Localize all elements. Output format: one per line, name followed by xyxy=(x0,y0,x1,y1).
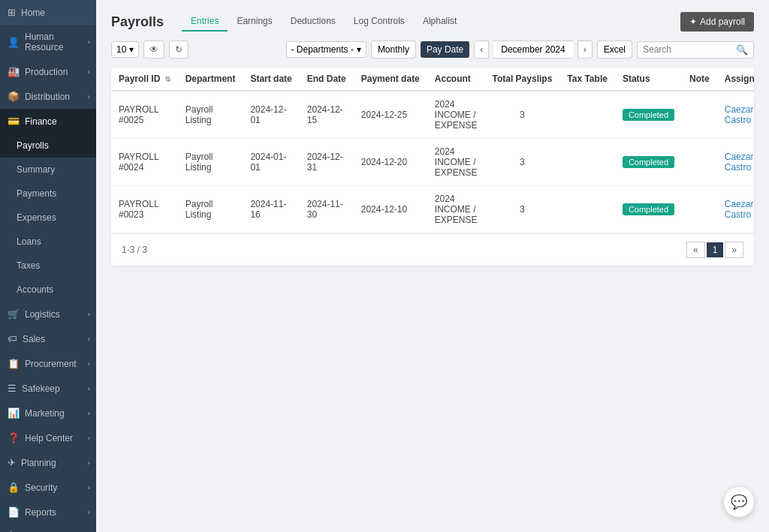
sidebar-item-label: Marketing xyxy=(25,408,65,419)
sort-icon: ⇅ xyxy=(164,75,170,83)
last-page-button[interactable]: » xyxy=(725,242,743,258)
table-row: PAYROLL #0025 Payroll Listing 2024-12-01… xyxy=(111,91,754,139)
table-row: PAYROLL #0023 Payroll Listing 2024-11-16… xyxy=(111,186,754,233)
cell-assigned-to[interactable]: Caezar II De Castro xyxy=(717,139,754,186)
main-content: Payrolls Entries Earnings Deductions Log… xyxy=(96,0,769,532)
cell-status: Completed xyxy=(615,139,682,186)
sidebar-item-label: Home xyxy=(21,8,45,18)
col-payroll-id: Payroll ID ⇅ xyxy=(111,68,178,91)
cell-account: 2024 INCOME / EXPENSE xyxy=(427,139,485,186)
cell-note xyxy=(682,139,717,186)
sidebar-item-label: Finance xyxy=(25,116,57,127)
sidebar-item-home[interactable]: ⊞ Home xyxy=(0,0,96,25)
sidebar-item-sales[interactable]: 🏷 Sales › xyxy=(0,326,96,351)
col-start-date: Start date xyxy=(243,68,299,91)
sidebar-item-security[interactable]: 🔒 Security › xyxy=(0,475,96,500)
sidebar-item-safekeep[interactable]: ☰ Safekeep › xyxy=(0,376,96,401)
col-total-payslips: Total Payslips xyxy=(485,68,560,91)
sidebar-item-label: Taxes xyxy=(17,260,40,271)
add-payroll-button[interactable]: ✦ Add payroll xyxy=(680,12,754,32)
tab-entries[interactable]: Entries xyxy=(182,12,228,32)
pay-date-button[interactable]: Pay Date xyxy=(421,41,469,58)
tabs-bar: Entries Earnings Deductions Log Controls… xyxy=(182,12,466,32)
sidebar-item-label: Payments xyxy=(17,188,56,199)
human-resource-icon: 👤 xyxy=(8,37,20,48)
cell-payment-date: 2024-12-10 xyxy=(354,186,427,233)
sidebar-item-logistics[interactable]: 🛒 Logistics › xyxy=(0,302,96,326)
planning-icon: ✈ xyxy=(8,457,16,468)
cell-end-date: 2024-12-15 xyxy=(300,91,354,139)
tab-log-controls[interactable]: Log Controls xyxy=(345,12,414,32)
sidebar-item-payments[interactable]: Payments xyxy=(0,182,96,206)
sales-icon: 🏷 xyxy=(8,333,17,344)
monthly-button[interactable]: Monthly xyxy=(371,41,416,59)
sidebar-item-label: Production xyxy=(25,67,68,77)
sidebar-item-accounts[interactable]: Accounts xyxy=(0,278,96,302)
sidebar-item-marketing[interactable]: 📊 Marketing › xyxy=(0,401,96,425)
cell-account: 2024 INCOME / EXPENSE xyxy=(427,186,485,233)
sidebar-item-summary[interactable]: Summary xyxy=(0,158,96,182)
status-badge: Completed xyxy=(623,203,674,215)
pay-date-label: Pay Date xyxy=(427,44,463,55)
home-icon: ⊞ xyxy=(8,7,16,18)
sidebar-item-payrolls[interactable]: Payrolls xyxy=(0,134,96,158)
sidebar-item-label: Procurement xyxy=(25,359,77,369)
refresh-button[interactable]: ↻ xyxy=(169,41,188,59)
sidebar-item-production[interactable]: 🏭 Production › xyxy=(0,59,96,84)
security-icon: 🔒 xyxy=(8,482,20,493)
cell-assigned-to[interactable]: Caezar II De Castro xyxy=(717,186,754,233)
sidebar-item-loans[interactable]: Loans xyxy=(0,230,96,254)
cell-payroll-id: PAYROLL #0025 xyxy=(111,91,178,139)
col-department: Department xyxy=(178,68,243,91)
sidebar-item-settings[interactable]: 🔧 Settings › xyxy=(0,524,96,532)
sidebar-item-label: Loans xyxy=(17,236,41,247)
excel-button[interactable]: Excel xyxy=(597,41,632,59)
next-date-button[interactable]: › xyxy=(578,41,593,59)
visibility-button[interactable]: 👁 xyxy=(143,41,164,59)
cell-start-date: 2024-12-01 xyxy=(243,91,299,139)
chevron-right-icon: › xyxy=(88,385,90,392)
chat-icon: 💬 xyxy=(731,494,747,510)
reports-icon: 📄 xyxy=(8,506,20,518)
sidebar-item-help-center[interactable]: ❓ Help Center › xyxy=(0,425,96,450)
chat-bubble[interactable]: 💬 xyxy=(724,487,754,517)
per-page-select[interactable]: 10 ▾ xyxy=(111,41,139,58)
cell-start-date: 2024-01-01 xyxy=(243,139,299,186)
cell-note xyxy=(682,186,717,233)
sidebar-item-distribution[interactable]: 📦 Distribution › xyxy=(0,84,96,109)
sidebar-item-finance[interactable]: 💳 Finance xyxy=(0,109,96,134)
help-icon: ❓ xyxy=(8,432,20,443)
table-row: PAYROLL #0024 Payroll Listing 2024-01-01… xyxy=(111,139,754,186)
chevron-right-icon: › xyxy=(88,459,90,467)
cell-account: 2024 INCOME / EXPENSE xyxy=(427,91,485,139)
departments-select[interactable]: - Departments - ▾ xyxy=(286,41,366,58)
search-input[interactable] xyxy=(643,44,733,55)
tab-earnings[interactable]: Earnings xyxy=(228,12,281,32)
payrolls-table: Payroll ID ⇅ Department Start date End D… xyxy=(111,68,754,266)
sidebar-item-label: Planning xyxy=(21,458,56,468)
sidebar-item-label: Sales xyxy=(23,334,45,344)
tab-alphalist[interactable]: Alphalist xyxy=(414,12,466,32)
sidebar-item-human-resource[interactable]: 👤 Human Resource › xyxy=(0,25,96,59)
sidebar-item-label: Payrolls xyxy=(17,140,49,151)
page-content: Payrolls Entries Earnings Deductions Log… xyxy=(96,0,769,532)
prev-date-button[interactable]: ‹ xyxy=(474,41,489,59)
sidebar-item-planning[interactable]: ✈ Planning › xyxy=(0,450,96,475)
first-page-button[interactable]: « xyxy=(686,242,705,258)
col-account: Account xyxy=(427,68,485,91)
tab-deductions[interactable]: Deductions xyxy=(282,12,345,32)
sidebar-item-label: Reports xyxy=(25,507,56,518)
production-icon: 🏭 xyxy=(8,66,20,77)
plus-icon: ✦ xyxy=(689,17,697,27)
logistics-icon: 🛒 xyxy=(8,308,20,320)
procurement-icon: 📋 xyxy=(8,358,20,369)
sidebar-item-reports[interactable]: 📄 Reports › xyxy=(0,500,96,524)
page-1-button[interactable]: 1 xyxy=(707,242,724,257)
chevron-right-icon: › xyxy=(88,360,90,368)
marketing-icon: 📊 xyxy=(8,407,20,419)
sidebar-item-expenses[interactable]: Expenses xyxy=(0,206,96,230)
pagination-info: 1-3 / 3 xyxy=(122,245,147,255)
cell-assigned-to[interactable]: Caezar II De Castro xyxy=(717,91,754,139)
sidebar-item-taxes[interactable]: Taxes xyxy=(0,254,96,278)
sidebar-item-procurement[interactable]: 📋 Procurement › xyxy=(0,351,96,376)
